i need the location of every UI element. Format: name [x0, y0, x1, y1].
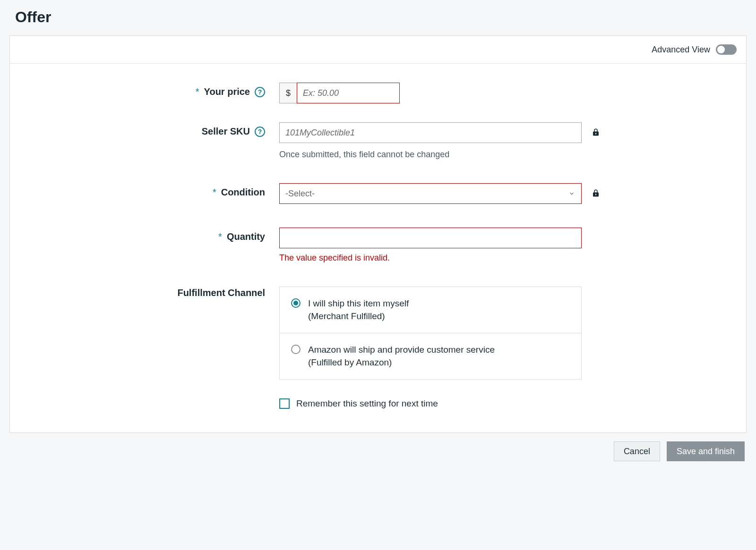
advanced-view-toggle[interactable] [716, 44, 737, 55]
your-price-label: Your price [204, 86, 250, 97]
required-mark: * [196, 86, 199, 97]
seller-sku-helper: Once submitted, this field cannot be cha… [279, 150, 582, 160]
remember-label: Remember this setting for next time [296, 398, 438, 409]
lock-icon [592, 188, 600, 198]
save-button[interactable]: Save and finish [667, 441, 745, 461]
seller-sku-input[interactable] [279, 122, 582, 143]
condition-label: Condition [221, 187, 265, 198]
fulfillment-option-line1: I will ship this item myself [308, 298, 409, 308]
cancel-button[interactable]: Cancel [614, 441, 660, 461]
fulfillment-option-merchant[interactable]: I will ship this item myself (Merchant F… [280, 287, 581, 333]
panel-header: Advanced View [10, 36, 746, 64]
quantity-error: The value specified is invalid. [279, 253, 582, 263]
offer-panel: Advanced View * Your price ? $ [9, 35, 747, 433]
advanced-view-label: Advanced View [652, 45, 710, 55]
condition-select[interactable]: -Select- [279, 183, 582, 204]
condition-row: * Condition -Select- [43, 183, 713, 204]
fulfillment-option-line2: (Merchant Fulfilled) [308, 310, 409, 323]
fulfillment-label: Fulfillment Channel [177, 288, 265, 298]
fulfillment-option-line1: Amazon will ship and provide customer se… [308, 345, 495, 355]
fulfillment-row: Fulfillment Channel I will ship this ite… [43, 287, 713, 409]
condition-selected-value: -Select- [285, 189, 315, 199]
fulfillment-radio-group: I will ship this item myself (Merchant F… [279, 287, 582, 380]
seller-sku-label: Seller SKU [202, 126, 250, 137]
radio-indicator [291, 298, 301, 308]
fulfillment-option-fba[interactable]: Amazon will ship and provide customer se… [280, 333, 581, 379]
help-icon[interactable]: ? [255, 87, 265, 97]
quantity-row: * Quantity The value specified is invali… [43, 228, 713, 263]
page-title: Offer [15, 8, 747, 26]
your-price-row: * Your price ? $ [43, 83, 713, 103]
your-price-input[interactable] [297, 83, 400, 103]
seller-sku-row: Seller SKU ? Once submitted, this field … [43, 122, 713, 160]
required-mark: * [218, 231, 222, 242]
radio-indicator [291, 345, 301, 354]
currency-symbol: $ [279, 83, 297, 103]
quantity-label: Quantity [227, 231, 265, 242]
fulfillment-option-line2: (Fulfilled by Amazon) [308, 356, 495, 369]
lock-icon [592, 127, 600, 137]
quantity-input[interactable] [279, 228, 582, 248]
help-icon[interactable]: ? [255, 127, 265, 137]
footer-actions: Cancel Save and finish [9, 433, 747, 461]
required-mark: * [213, 187, 216, 198]
remember-checkbox[interactable] [279, 398, 290, 409]
